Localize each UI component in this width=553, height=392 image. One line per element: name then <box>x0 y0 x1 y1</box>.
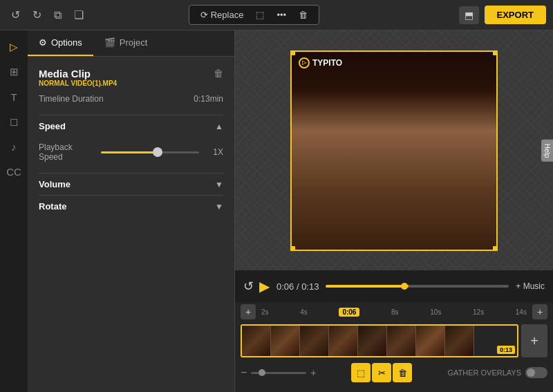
track-thumb-1 <box>242 326 271 356</box>
play-button[interactable]: ▶ <box>259 278 270 295</box>
toolbar-left: ↺ ↻ ⧉ ❏ <box>7 6 88 24</box>
add-clip-right-button[interactable]: + <box>532 304 547 319</box>
resize-handle-br[interactable] <box>493 246 498 251</box>
main-content: ▷ ⊞ T ◻ ♪ CC ⚙ Options 🎬 Project Media C… <box>0 30 553 392</box>
share-button[interactable]: ⬒ <box>459 6 479 24</box>
replace-label: Replace <box>211 10 244 20</box>
redo-button[interactable]: ↻ <box>28 6 46 24</box>
ruler-mark-14s: 14s <box>516 308 527 316</box>
speed-chevron-icon: ▲ <box>215 122 223 131</box>
plus-sign: + <box>310 367 316 378</box>
tab-options[interactable]: ⚙ Options <box>28 30 93 56</box>
help-button[interactable]: Help <box>541 139 553 162</box>
speed-section-header[interactable]: Speed ▲ <box>39 115 223 137</box>
delete-media-button[interactable]: 🗑 <box>214 68 223 79</box>
panel-body: Media Clip NORMAL VIDEO(1).MP4 🗑 Timelin… <box>28 57 234 392</box>
timeline-ruler: + 2s 4s 0:06 8s 10s 12s 14s + <box>241 302 547 321</box>
gather-overlays-label: GATHER OVERLAYS <box>447 368 521 377</box>
sidebar-item-shapes[interactable]: ◻ <box>3 111 25 133</box>
rotate-title: Rotate <box>39 201 66 212</box>
volume-chevron-icon: ▼ <box>215 180 223 189</box>
media-clip-subtitle: NORMAL VIDEO(1).MP4 <box>39 80 117 87</box>
timeline-add-clip-button[interactable]: + <box>521 324 547 357</box>
options-tab-label: Options <box>51 37 82 48</box>
sidebar-item-music[interactable]: ♪ <box>3 136 25 158</box>
track-thumb-2 <box>271 326 300 356</box>
playback-bar: ↺ ▶ 0:06 / 0:13 + Music <box>235 270 553 302</box>
video-frame: ▷ TYPITO <box>290 50 498 251</box>
side-icons: ▷ ⊞ T ◻ ♪ CC <box>0 30 28 392</box>
zoom-controls: − + <box>241 366 317 379</box>
video-content <box>292 52 496 250</box>
playback-speed-slider[interactable] <box>101 145 199 159</box>
media-clip-info: Media Clip NORMAL VIDEO(1).MP4 <box>39 68 117 87</box>
timeline-duration-value: 0:13min <box>194 94 223 104</box>
rotate-section-header[interactable]: Rotate ▼ <box>39 195 223 217</box>
add-music-button[interactable]: + Music <box>516 281 545 291</box>
duplicate-button[interactable]: ⧉ <box>50 6 66 24</box>
slider-track <box>101 151 199 153</box>
timeline-track[interactable]: 0:13 <box>241 324 518 357</box>
project-icon: 🎬 <box>104 37 115 48</box>
canvas-area: ▷ TYPITO Help <box>235 30 553 270</box>
crop-button[interactable]: ⬚ <box>252 8 268 21</box>
track-thumb-4 <box>329 326 358 356</box>
delete-track-button[interactable]: 🗑 <box>393 363 412 382</box>
media-clip-header: Media Clip NORMAL VIDEO(1).MP4 🗑 <box>39 68 223 87</box>
typito-logo: ▷ TYPITO <box>299 57 342 68</box>
media-clip-title: Media Clip <box>39 68 117 80</box>
restart-button[interactable]: ↺ <box>243 279 254 294</box>
resize-handle-tl[interactable] <box>290 50 295 55</box>
resize-handle-bl[interactable] <box>290 246 295 251</box>
delete-clip-button[interactable]: 🗑 <box>294 8 312 21</box>
zoom-thumb <box>259 369 265 376</box>
add-clip-left-button[interactable]: + <box>241 304 256 319</box>
typito-text: TYPITO <box>312 58 342 68</box>
panel-tabs: ⚙ Options 🎬 Project <box>28 30 234 57</box>
sidebar-item-text[interactable]: T <box>3 86 25 108</box>
copy-button[interactable]: ❏ <box>70 6 88 24</box>
rotate-chevron-icon: ▼ <box>215 202 223 212</box>
replace-icon: ⟳ <box>200 10 208 20</box>
toolbar-right: ⬒ EXPORT <box>459 6 546 24</box>
play-controls: ↺ ▶ <box>243 278 270 295</box>
volume-title: Volume <box>39 179 71 189</box>
toggle-knob <box>527 368 535 377</box>
preview-area: ▷ TYPITO Help ↺ ▶ 0:06 / 0:13 + Mus <box>235 30 553 392</box>
sidebar-item-layout[interactable]: ⊞ <box>3 61 25 83</box>
sidebar-item-cc[interactable]: CC <box>3 160 25 183</box>
track-thumb-5 <box>358 326 387 356</box>
export-button[interactable]: EXPORT <box>485 6 546 24</box>
replace-button[interactable]: ⟳ Replace <box>196 8 248 21</box>
toolbar-center: ⟳ Replace ⬚ ••• 🗑 <box>189 5 319 25</box>
gather-overlays: GATHER OVERLAYS <box>447 367 547 378</box>
resize-handle-tr[interactable] <box>493 50 498 55</box>
timeline-bottom: − + ⬚ ✂ 🗑 GATHER OVERLAYS <box>241 360 547 385</box>
sidebar-item-media[interactable]: ▷ <box>3 36 25 58</box>
zoom-out-button[interactable]: − <box>241 366 247 379</box>
split-track-button[interactable]: ✂ <box>372 363 391 382</box>
video-person-silhouette <box>292 52 496 250</box>
undo-button[interactable]: ↺ <box>7 6 24 24</box>
ruler-mark-4s: 4s <box>300 308 308 316</box>
slider-fill <box>101 151 160 153</box>
track-thumb-8 <box>445 326 474 356</box>
time-display: 0:06 / 0:13 <box>276 281 319 292</box>
slider-thumb[interactable] <box>153 147 162 157</box>
volume-section-header[interactable]: Volume ▼ <box>39 173 223 195</box>
playback-speed-label: Playback Speed <box>39 142 94 162</box>
project-tab-label: Project <box>120 37 147 48</box>
crop-track-button[interactable]: ⬚ <box>351 363 371 382</box>
options-icon: ⚙ <box>39 37 47 48</box>
tab-project[interactable]: 🎬 Project <box>93 30 158 56</box>
progress-fill <box>326 285 408 288</box>
ruler-mark-2s: 2s <box>261 308 269 316</box>
more-button[interactable]: ••• <box>272 8 290 21</box>
zoom-slider[interactable] <box>251 372 306 374</box>
gather-overlays-toggle[interactable] <box>525 367 547 378</box>
track-action-buttons: ⬚ ✂ 🗑 <box>351 363 412 382</box>
progress-bar[interactable] <box>326 285 509 288</box>
progress-thumb <box>401 283 408 290</box>
timeline-duration-label: Timeline Duration <box>39 94 104 104</box>
track-thumb-7 <box>416 326 445 356</box>
